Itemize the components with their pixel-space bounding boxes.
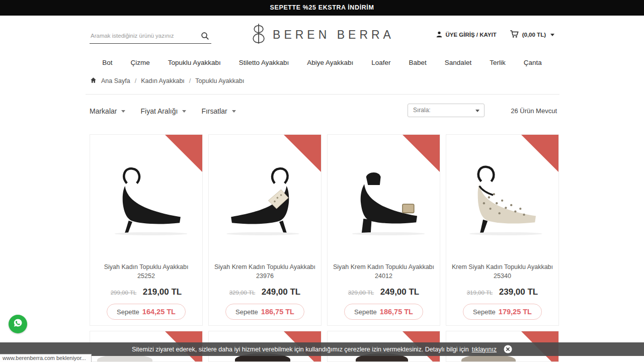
- price-row: 329,00 TL 249,00 TL: [328, 287, 440, 297]
- old-price: 329,00 TL: [348, 290, 374, 296]
- breadcrumb-kadin-ayakkabi[interactable]: Kadın Ayakkabı: [141, 77, 185, 84]
- filter-markalar[interactable]: Markalar: [90, 107, 125, 115]
- nav-item-terlik[interactable]: Terlik: [490, 59, 506, 66]
- filter-firsatlar[interactable]: Fırsatlar: [201, 107, 235, 115]
- product-title[interactable]: Siyah Krem Kadın Topuklu Ayakkabı23976: [209, 262, 321, 281]
- discount-badge: 25%: [521, 135, 558, 172]
- product-title[interactable]: Siyah Krem Kadın Topuklu Ayakkabı24012: [328, 262, 440, 281]
- user-icon: [436, 31, 443, 39]
- page: SEPETTE %25 EKSTRA İNDİRİM BEREN BERRA: [0, 0, 644, 362]
- old-price: 299,00 TL: [111, 290, 137, 296]
- old-price: 329,00 TL: [229, 290, 256, 296]
- filter-fiyat-araligi[interactable]: Fiyat Aralığı: [140, 107, 186, 115]
- login-register-label: ÜYE GİRİŞ / KAYIT: [446, 32, 497, 38]
- product-card[interactable]: 25% Krem Siyah Kadın Topuklu Ayakkabı253…: [446, 134, 559, 326]
- price-row: 319,00 TL 239,00 TL: [446, 287, 558, 297]
- logo-text: BEREN BERRA: [273, 28, 394, 42]
- breadcrumb-current: Topuklu Ayakkabı: [195, 77, 244, 84]
- whatsapp-button[interactable]: [9, 315, 27, 333]
- result-count: 26 Ürün Mevcut: [511, 107, 557, 115]
- breadcrumb-separator: /: [135, 77, 136, 84]
- current-price: 219,00 TL: [143, 287, 182, 297]
- sort-select-value: Sırala:: [413, 107, 431, 114]
- main-nav: Bot Çizme Topuklu Ayakkabı Stiletto Ayak…: [0, 52, 644, 73]
- chevron-down-icon: [182, 110, 186, 113]
- nav-item-loafer[interactable]: Loafer: [371, 59, 390, 66]
- cart-button[interactable]: (0,00 TL): [510, 30, 554, 40]
- current-price: 249,00 TL: [380, 287, 420, 297]
- discount-badge: 24%: [403, 135, 440, 172]
- product-title[interactable]: Krem Siyah Kadın Topuklu Ayakkabı25340: [446, 262, 558, 281]
- nav-item-canta[interactable]: Çanta: [524, 59, 542, 66]
- old-price: 319,00 TL: [467, 290, 493, 296]
- product-title[interactable]: Siyah Kadın Topuklu Ayakkabı25252: [90, 262, 202, 281]
- home-icon[interactable]: [90, 77, 97, 85]
- chevron-down-icon: [550, 34, 554, 36]
- chevron-down-icon: [232, 110, 236, 113]
- discount-badge: 24%: [284, 135, 321, 172]
- chevron-down-icon: [475, 110, 479, 112]
- product-card[interactable]: 26% Siyah Kadın Topuklu Ayakkabı25252 29…: [90, 134, 203, 326]
- discount-badge: 26%: [165, 135, 202, 172]
- product-grid: 26% Siyah Kadın Topuklu Ayakkabı25252 29…: [90, 134, 559, 326]
- price-row: 299,00 TL 219,00 TL: [90, 287, 202, 297]
- nav-item-cizme[interactable]: Çizme: [131, 59, 150, 66]
- breadcrumb-separator: /: [189, 77, 191, 84]
- login-register-link[interactable]: ÜYE GİRİŞ / KAYIT: [436, 31, 497, 39]
- search-bar: [90, 29, 211, 44]
- product-card[interactable]: 24% Siyah Krem Kadın Topuklu Ayakkabı239…: [208, 134, 321, 326]
- nav-item-sandalet[interactable]: Sandalet: [445, 59, 471, 66]
- filter-markalar-label: Markalar: [90, 107, 117, 115]
- cart-price-pill: Sepette 186,75 TL: [225, 304, 304, 320]
- header-right: ÜYE GİRİŞ / KAYIT (0,00 TL): [436, 30, 554, 40]
- cookie-close-button[interactable]: [504, 345, 512, 353]
- cart-amount: (0,00 TL): [522, 32, 546, 38]
- promo-banner: SEPETTE %25 EKSTRA İNDİRİM: [0, 0, 644, 16]
- current-price: 239,00 TL: [499, 287, 538, 297]
- cart-icon: [510, 30, 519, 40]
- nav-item-stiletto-ayakkabi[interactable]: Stiletto Ayakkabı: [239, 59, 289, 66]
- cart-price-pill: Sepette 164,25 TL: [107, 304, 186, 320]
- cart-price-pill: Sepette 186,75 TL: [344, 304, 423, 320]
- promo-banner-text: SEPETTE %25 EKSTRA İNDİRİM: [270, 4, 374, 11]
- product-card[interactable]: 24% Siyah Krem Kadın Topuklu Ayakkabı240…: [327, 134, 440, 326]
- nav-item-babet[interactable]: Babet: [409, 59, 427, 66]
- breadcrumb: Ana Sayfa / Kadın Ayakkabı / Topuklu Aya…: [90, 77, 244, 85]
- divider: [86, 94, 559, 95]
- chevron-down-icon: [121, 110, 125, 113]
- filter-bar: Markalar Fiyat Aralığı Fırsatlar: [90, 107, 236, 115]
- logo[interactable]: BEREN BERRA: [250, 23, 394, 47]
- header: BEREN BERRA ÜYE GİRİŞ / KAYIT (0,00 TL): [0, 16, 644, 52]
- whatsapp-icon: [12, 317, 24, 331]
- price-row: 329,00 TL 249,00 TL: [209, 287, 321, 297]
- nav-item-abiye-ayakkabi[interactable]: Abiye Ayakkabı: [307, 59, 353, 66]
- search-icon[interactable]: [201, 32, 209, 42]
- filter-fiyat-araligi-label: Fiyat Aralığı: [140, 107, 178, 115]
- breadcrumb-home[interactable]: Ana Sayfa: [101, 77, 130, 84]
- filter-firsatlar-label: Fırsatlar: [201, 107, 227, 115]
- cookie-info-link[interactable]: tıklayınız: [472, 346, 497, 353]
- cookie-consent-bar: Sitemizi ziyaret ederek, sizlere daha iy…: [0, 342, 644, 356]
- browser-status-text: www.berenberra.com bekleniyor...: [0, 354, 92, 362]
- search-input[interactable]: [90, 29, 196, 43]
- logo-monogram-icon: [250, 23, 268, 47]
- nav-item-topuklu-ayakkabi[interactable]: Topuklu Ayakkabı: [168, 59, 221, 66]
- nav-item-bot[interactable]: Bot: [102, 59, 112, 66]
- cookie-text: Sitemizi ziyaret ederek, sizlere daha iy…: [132, 346, 469, 353]
- cart-price-pill: Sepette 179,25 TL: [463, 304, 542, 320]
- sort-select[interactable]: Sırala:: [408, 104, 485, 117]
- current-price: 249,00 TL: [262, 287, 301, 297]
